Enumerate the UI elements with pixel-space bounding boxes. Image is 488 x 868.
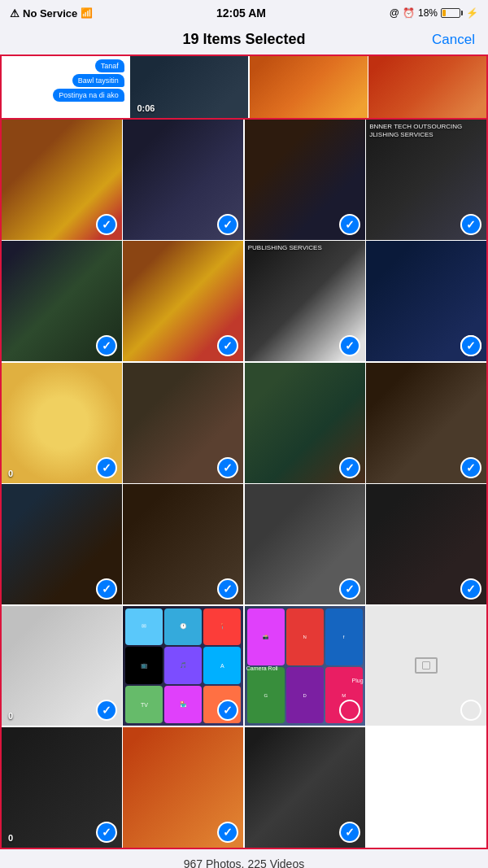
lightning-icon: ⚡ <box>466 7 478 19</box>
checkmark-4: ✓ <box>460 214 481 235</box>
grid-cell-3[interactable]: ✓ <box>245 120 365 240</box>
video-dur-21: 0 <box>8 833 13 843</box>
alarm-icon: ⏰ <box>403 7 415 19</box>
photo-noodles-2[interactable] <box>368 56 486 118</box>
warning-icon: ⚠ <box>10 7 20 20</box>
cell4-text: BNNER TECH OUTSOURCINGJLISHING SERVICES <box>369 123 462 138</box>
grid-cell-8[interactable]: ✓ <box>366 241 486 361</box>
checkmark-empty-19 <box>339 700 360 721</box>
carrier-text: No Service <box>23 7 77 20</box>
checkmark-14: ✓ <box>217 578 238 600</box>
checkmark-8: ✓ <box>460 335 481 356</box>
status-right: @ ⏰ 18% ⚡ <box>390 7 478 19</box>
checkmark-1: ✓ <box>96 214 117 235</box>
grid-cell-4[interactable]: BNNER TECH OUTSOURCINGJLISHING SERVICES … <box>366 120 486 240</box>
grid-cell-10[interactable]: ✓ <box>123 363 243 483</box>
wifi-icon: 📶 <box>81 7 93 19</box>
checkmark-13: ✓ <box>96 578 117 600</box>
cell7-text: PUBLISHING SERVICES <box>248 244 322 252</box>
checkmark-6: ✓ <box>217 335 238 356</box>
checkmark-21: ✓ <box>96 822 117 843</box>
status-bar: ⚠ No Service 📶 12:05 AM @ ⏰ 18% ⚡ <box>0 0 488 26</box>
status-left: ⚠ No Service 📶 <box>10 7 93 20</box>
video-cell[interactable]: 0:06 <box>130 56 248 118</box>
photo-grid: ✓ ✓ ✓ BNNER TECH OUTSOURCINGJLISHING SER… <box>0 118 488 849</box>
partial-row: Tanaf Bawl taysitin Postinya na di ako 0… <box>0 55 488 118</box>
chat-cell: Tanaf Bawl taysitin Postinya na di ako <box>2 56 129 118</box>
grid-cell-16[interactable]: ✓ <box>366 484 486 604</box>
chat-bubble-1: Tanaf <box>95 59 124 72</box>
grid-cell-7[interactable]: PUBLISHING SERVICES ✓ <box>245 241 365 361</box>
grid-cell-15[interactable]: ✓ <box>245 484 365 604</box>
video-duration: 0:06 <box>137 103 155 113</box>
grid-cell-6[interactable]: ✓ <box>123 241 243 361</box>
checkmark-3: ✓ <box>339 214 360 235</box>
battery-icon <box>441 8 463 18</box>
grid-cell-2[interactable]: ✓ <box>123 120 243 240</box>
battery-percent: 18% <box>418 7 438 19</box>
chat-bubble-2: Bawl taysitin <box>72 74 124 87</box>
grid-cell-13[interactable]: ✓ <box>2 484 122 604</box>
video-dur-9: 0 <box>8 469 13 478</box>
grid-cell-21[interactable]: 0 ✓ <box>2 727 122 848</box>
grid-cell-9[interactable]: 0 ✓ <box>2 363 122 483</box>
grid-cell-22[interactable]: ✓ <box>123 727 243 848</box>
video-dur-17: 0 <box>8 711 13 721</box>
photo-grid-container: Tanaf Bawl taysitin Postinya na di ako 0… <box>0 55 488 849</box>
nav-title: 19 Items Selected <box>62 31 426 48</box>
checkmark-5: ✓ <box>96 335 117 356</box>
checkmark-7: ✓ <box>339 335 360 356</box>
grid-cell-12[interactable]: ✓ <box>366 363 486 483</box>
at-icon: @ <box>390 7 399 19</box>
grid-cell-18[interactable]: ✉ 🕐 📍 📺 🎵 A TV 🏪 📱 ✓ <box>123 606 243 726</box>
checkmark-15: ✓ <box>339 578 360 600</box>
photo-noodles-1[interactable] <box>250 56 368 118</box>
footer-info: 967 Photos, 225 Videos <box>0 849 488 868</box>
grid-cell-23[interactable]: ✓ <box>245 727 365 848</box>
grid-cell-14[interactable]: ✓ <box>123 484 243 604</box>
chat-bubble-3: Postinya na di ako <box>53 89 124 102</box>
grid-cell-11[interactable]: ✓ <box>245 363 365 483</box>
cancel-button[interactable]: Cancel <box>426 32 475 48</box>
grid-cell-5[interactable]: ✓ <box>2 241 122 361</box>
checkmark-12: ✓ <box>460 457 481 478</box>
checkmark-17: ✓ <box>96 700 117 721</box>
checkmark-10: ✓ <box>217 457 238 478</box>
checkmark-11: ✓ <box>339 457 360 478</box>
grid-cell-19[interactable]: 📸 N f G D M Camera Roll Plug <box>245 606 365 726</box>
checkmark-22: ✓ <box>217 822 238 843</box>
checkmark-23: ✓ <box>339 822 360 843</box>
grid-cell-17[interactable]: 0 ✓ <box>2 606 122 726</box>
status-time: 12:05 AM <box>216 7 266 20</box>
checkmark-2: ✓ <box>217 214 238 235</box>
grid-cell-20[interactable] <box>366 606 486 726</box>
checkmark-16: ✓ <box>460 578 481 600</box>
checkmark-9: ✓ <box>96 457 117 478</box>
grid-cell-1[interactable]: ✓ <box>2 120 122 240</box>
photo-count: 967 Photos, 225 Videos <box>184 857 304 868</box>
nav-bar: 19 Items Selected Cancel <box>0 26 488 55</box>
